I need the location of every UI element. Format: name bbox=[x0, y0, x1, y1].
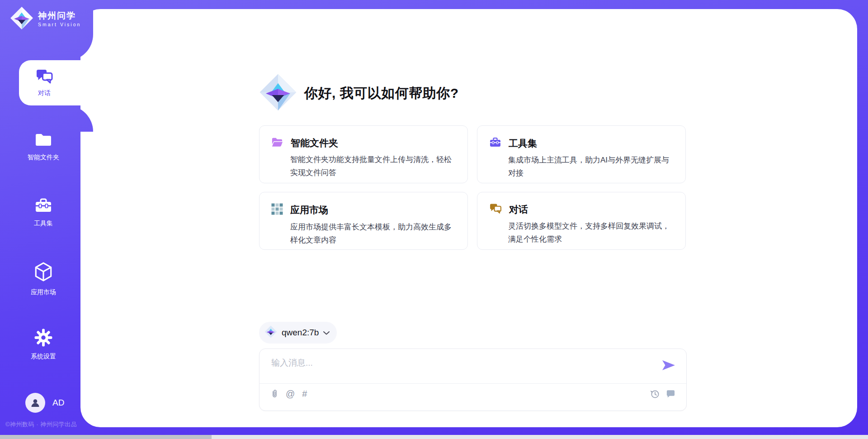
history-button[interactable] bbox=[650, 389, 660, 399]
composer-divider bbox=[259, 383, 686, 384]
card-toolset[interactable]: 工具集 集成市场上主流工具，助力AI与外界无缝扩展与对接 bbox=[477, 125, 686, 183]
briefcase-icon bbox=[489, 137, 501, 150]
card-smart-folder[interactable]: 智能文件夹 智能文件夹功能支持批量文件上传与清洗，轻松实现文件问答 bbox=[259, 125, 468, 183]
sidebar-item-settings[interactable]: 系统设置 bbox=[0, 329, 87, 361]
card-title: 对话 bbox=[509, 203, 528, 216]
message-input[interactable] bbox=[270, 356, 656, 382]
cube-icon bbox=[34, 262, 53, 284]
card-description: 智能文件夹功能支持批量文件上传与清洗，轻松实现文件问答 bbox=[290, 153, 458, 180]
brand-subtitle: Smart Vision bbox=[38, 22, 81, 27]
mention-button[interactable]: @ bbox=[286, 389, 295, 398]
horizontal-scrollbar bbox=[0, 435, 868, 439]
grid-icon bbox=[271, 203, 283, 217]
sidebar-item-label: 应用市场 bbox=[31, 288, 56, 296]
person-icon bbox=[30, 397, 41, 408]
chevron-down-icon bbox=[323, 329, 330, 337]
hash-icon: # bbox=[302, 389, 307, 398]
feature-cards: 智能文件夹 智能文件夹功能支持批量文件上传与清洗，轻松实现文件问答 bbox=[259, 125, 686, 250]
topic-button[interactable]: # bbox=[302, 389, 307, 398]
folder-icon bbox=[34, 132, 52, 149]
card-app-market[interactable]: 应用市场 应用市场提供丰富长文本模板，助力高效生成多样化文章内容 bbox=[259, 192, 468, 250]
model-name: qwen2:7b bbox=[282, 328, 319, 338]
sidebar-item-label: 智能文件夹 bbox=[28, 153, 59, 162]
sidebar-item-smart-folder[interactable]: 智能文件夹 bbox=[0, 132, 87, 162]
briefcase-icon bbox=[34, 197, 52, 215]
card-description: 集成市场上主流工具，助力AI与外界无缝扩展与对接 bbox=[508, 154, 676, 180]
model-selector[interactable]: qwen2:7b bbox=[259, 322, 337, 344]
brand-logo: 神州问学 Smart Vision bbox=[10, 6, 81, 32]
avatar bbox=[25, 393, 45, 413]
sidebar-active-tab-curve bbox=[0, 105, 93, 132]
gem-logo-icon bbox=[264, 325, 277, 340]
sidebar-item-chat[interactable]: 对话 bbox=[19, 60, 85, 105]
card-title: 应用市场 bbox=[290, 204, 328, 216]
feedback-button[interactable] bbox=[666, 389, 675, 398]
composer: @ # bbox=[259, 348, 687, 411]
folder-open-icon bbox=[271, 137, 283, 149]
sidebar-footer: ©神州数码 · 神州问学出品 bbox=[5, 420, 77, 429]
sidebar-item-app-market[interactable]: 应用市场 bbox=[0, 262, 87, 296]
sidebar-item-label: 系统设置 bbox=[31, 353, 56, 361]
card-title: 智能文件夹 bbox=[291, 137, 338, 149]
card-description: 灵活切换多模型文件，支持多样回复效果调试，满足个性化需求 bbox=[508, 220, 676, 246]
send-icon bbox=[662, 360, 675, 371]
card-title: 工具集 bbox=[509, 137, 537, 150]
message-icon bbox=[666, 389, 675, 398]
history-icon bbox=[650, 389, 660, 399]
brand-name: 神州问学 bbox=[38, 11, 81, 21]
sidebar-item-toolset[interactable]: 工具集 bbox=[0, 197, 87, 228]
gear-icon bbox=[34, 329, 52, 348]
gem-logo-icon bbox=[259, 73, 297, 113]
card-chat[interactable]: 对话 灵活切换多模型文件，支持多样回复效果调试，满足个性化需求 bbox=[477, 192, 686, 250]
user-chip[interactable]: AD bbox=[25, 393, 64, 413]
app-root: 神州问学 Smart Vision 对话 智能文件夹 bbox=[0, 0, 868, 439]
sidebar-item-label: 工具集 bbox=[34, 220, 53, 228]
chat-bubbles-icon bbox=[35, 69, 53, 86]
attach-file-button[interactable] bbox=[270, 389, 278, 399]
paperclip-icon bbox=[270, 389, 278, 399]
scrollbar-thumb[interactable] bbox=[0, 435, 212, 439]
gem-logo-icon bbox=[10, 6, 33, 32]
card-description: 应用市场提供丰富长文本模板，助力高效生成多样化文章内容 bbox=[290, 221, 458, 247]
greeting-title: 你好, 我可以如何帮助你? bbox=[304, 84, 459, 103]
greeting: 你好, 我可以如何帮助你? bbox=[259, 73, 459, 113]
chat-bubbles-icon bbox=[489, 203, 502, 216]
sidebar-item-label: 对话 bbox=[38, 89, 51, 97]
at-icon: @ bbox=[286, 389, 295, 398]
user-initials: AD bbox=[52, 398, 64, 408]
send-button[interactable] bbox=[662, 360, 675, 371]
